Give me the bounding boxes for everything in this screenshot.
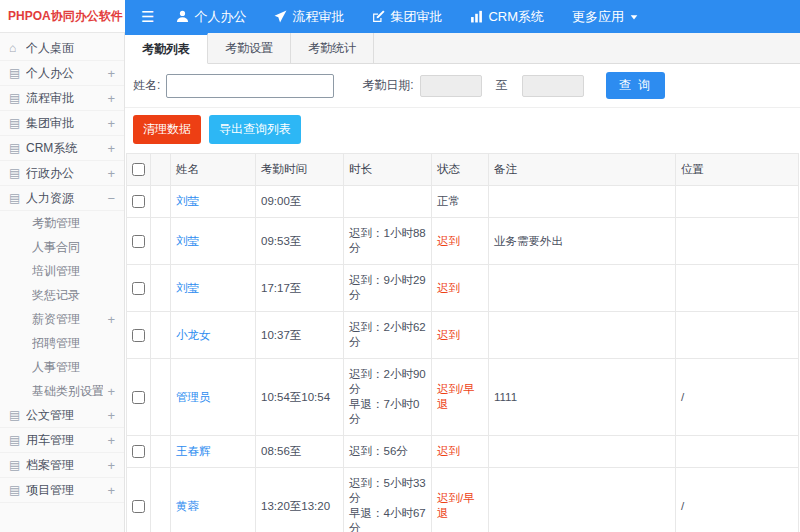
sidebar-subitem[interactable]: 人事管理 bbox=[0, 355, 124, 379]
sidebar-item[interactable]: ▤CRM系统+ bbox=[0, 136, 124, 161]
select-all-checkbox[interactable] bbox=[132, 163, 145, 176]
table-row: 管理员10:54至10:54迟到：2小时90分 早退：7小时0分迟到/早退111… bbox=[127, 359, 799, 436]
sidebar-item[interactable]: ▤用车管理+ bbox=[0, 428, 124, 453]
sidebar-item-label: 个人办公 bbox=[26, 65, 103, 82]
table-header-row: 姓名考勤时间时长状态备注位置 bbox=[127, 154, 799, 186]
expand-plus-icon[interactable]: + bbox=[103, 312, 115, 327]
date-from-input[interactable] bbox=[420, 75, 482, 97]
note-cell bbox=[489, 186, 676, 218]
employee-name-link[interactable]: 刘莹 bbox=[171, 218, 256, 265]
nav-item-label: 个人办公 bbox=[194, 8, 246, 26]
nav-item-label: 更多应用 bbox=[572, 8, 624, 26]
expand-plus-icon[interactable]: + bbox=[103, 116, 115, 131]
expand-plus-icon[interactable]: + bbox=[103, 408, 115, 423]
row-checkbox[interactable] bbox=[132, 195, 145, 208]
expand-plus-icon[interactable]: + bbox=[103, 141, 115, 156]
nav-item-3[interactable]: CRM系统 bbox=[470, 8, 544, 26]
row-select-cell bbox=[127, 186, 151, 218]
sidebar-item[interactable]: ▤行政办公+ bbox=[0, 161, 124, 186]
row-blank-cell bbox=[151, 436, 171, 468]
sidebar-item[interactable]: ▤个人办公+ bbox=[0, 61, 124, 86]
date-filter-label: 考勤日期: bbox=[362, 77, 413, 94]
sidebar-subitem[interactable]: 人事合同 bbox=[0, 235, 124, 259]
expand-plus-icon[interactable]: + bbox=[103, 66, 115, 81]
sidebar-subitem[interactable]: 考勤管理 bbox=[0, 211, 124, 235]
employee-name-link[interactable]: 管理员 bbox=[171, 359, 256, 436]
nav-item-0[interactable]: 个人办公 bbox=[176, 8, 246, 26]
header-blank-cell bbox=[151, 154, 171, 186]
duration-cell: 迟到：2小时62分 bbox=[344, 312, 432, 359]
user-icon bbox=[176, 10, 189, 23]
bar-chart-icon bbox=[470, 10, 483, 23]
tab-0[interactable]: 考勤列表 bbox=[125, 33, 208, 64]
row-checkbox[interactable] bbox=[132, 445, 145, 458]
top-nav: ☰ 个人办公流程审批集团审批CRM系统更多应用 bbox=[125, 0, 800, 33]
sidebar-subitem[interactable]: 基础类别设置+ bbox=[0, 379, 124, 403]
sidebar-item[interactable]: ▤流程审批+ bbox=[0, 86, 124, 111]
row-checkbox[interactable] bbox=[132, 500, 145, 513]
nav-item-4[interactable]: 更多应用 bbox=[572, 8, 639, 26]
column-header: 状态 bbox=[432, 154, 489, 186]
expand-plus-icon[interactable]: + bbox=[103, 483, 115, 498]
employee-name-link[interactable]: 小龙女 bbox=[171, 312, 256, 359]
employee-name-link[interactable]: 刘莹 bbox=[171, 265, 256, 312]
collapse-minus-icon[interactable]: − bbox=[103, 191, 115, 206]
row-checkbox[interactable] bbox=[132, 282, 145, 295]
column-header: 备注 bbox=[489, 154, 676, 186]
row-select-cell bbox=[127, 265, 151, 312]
expand-plus-icon[interactable]: + bbox=[103, 458, 115, 473]
name-filter-label: 姓名: bbox=[133, 77, 160, 94]
note-cell bbox=[489, 468, 676, 532]
search-button[interactable]: 查 询 bbox=[606, 72, 665, 99]
name-filter-input[interactable] bbox=[166, 74, 334, 98]
sidebar-item[interactable]: ▤项目管理+ bbox=[0, 478, 124, 503]
nav-item-label: CRM系统 bbox=[488, 8, 544, 26]
sidebar-item[interactable]: ⌂个人桌面 bbox=[0, 36, 124, 61]
tab-2[interactable]: 考勤统计 bbox=[291, 33, 374, 63]
sidebar-subitem[interactable]: 奖惩记录 bbox=[0, 283, 124, 307]
employee-name-link[interactable]: 王春辉 bbox=[171, 436, 256, 468]
date-to-label: 至 bbox=[496, 77, 508, 94]
employee-name-link[interactable]: 黄蓉 bbox=[171, 468, 256, 532]
paper-plane-icon bbox=[274, 10, 287, 23]
clean-data-button[interactable]: 清理数据 bbox=[133, 115, 201, 144]
sidebar-item-label: 档案管理 bbox=[26, 457, 103, 474]
sidebar-item-label: 基础类别设置 bbox=[32, 383, 103, 400]
sidebar-item[interactable]: ▤公文管理+ bbox=[0, 403, 124, 428]
module-icon: ▤ bbox=[9, 458, 26, 472]
nav-item-1[interactable]: 流程审批 bbox=[274, 8, 344, 26]
row-checkbox[interactable] bbox=[132, 391, 145, 404]
sidebar-item[interactable]: ▤集团审批+ bbox=[0, 111, 124, 136]
sidebar-item[interactable]: ▤档案管理+ bbox=[0, 453, 124, 478]
employee-name-link[interactable]: 刘莹 bbox=[171, 186, 256, 218]
expand-plus-icon[interactable]: + bbox=[103, 384, 115, 399]
row-checkbox[interactable] bbox=[132, 235, 145, 248]
expand-plus-icon[interactable]: + bbox=[103, 166, 115, 181]
sidebar-item[interactable]: ▤人力资源− bbox=[0, 186, 124, 211]
note-cell bbox=[489, 312, 676, 359]
tab-1[interactable]: 考勤设置 bbox=[208, 33, 291, 63]
attendance-time-cell: 10:37至 bbox=[256, 312, 344, 359]
date-to-input[interactable] bbox=[522, 75, 584, 97]
sidebar-subitem[interactable]: 培训管理 bbox=[0, 259, 124, 283]
menu-toggle-icon[interactable]: ☰ bbox=[141, 8, 154, 26]
note-cell: 业务需要外出 bbox=[489, 218, 676, 265]
sidebar-subitem[interactable]: 招聘管理 bbox=[0, 331, 124, 355]
nav-item-2[interactable]: 集团审批 bbox=[372, 8, 442, 26]
export-list-button[interactable]: 导出查询列表 bbox=[209, 115, 301, 144]
sidebar-subitem[interactable]: 薪资管理+ bbox=[0, 307, 124, 331]
attendance-time-cell: 08:56至 bbox=[256, 436, 344, 468]
expand-plus-icon[interactable]: + bbox=[103, 91, 115, 106]
expand-plus-icon[interactable]: + bbox=[103, 433, 115, 448]
row-blank-cell bbox=[151, 265, 171, 312]
attendance-table: 姓名考勤时间时长状态备注位置 刘莹09:00至正常刘莹09:53至迟到：1小时8… bbox=[126, 153, 799, 532]
caret-down-icon bbox=[629, 12, 639, 22]
top-bar: PHPOA协同办公软件 ☰ 个人办公流程审批集团审批CRM系统更多应用 bbox=[0, 0, 800, 33]
nav-item-label: 流程审批 bbox=[292, 8, 344, 26]
row-checkbox[interactable] bbox=[132, 329, 145, 342]
duration-cell: 迟到：9小时29分 bbox=[344, 265, 432, 312]
note-cell bbox=[489, 265, 676, 312]
table-row: 小龙女10:37至迟到：2小时62分迟到 bbox=[127, 312, 799, 359]
location-cell bbox=[676, 186, 799, 218]
attendance-time-cell: 09:53至 bbox=[256, 218, 344, 265]
